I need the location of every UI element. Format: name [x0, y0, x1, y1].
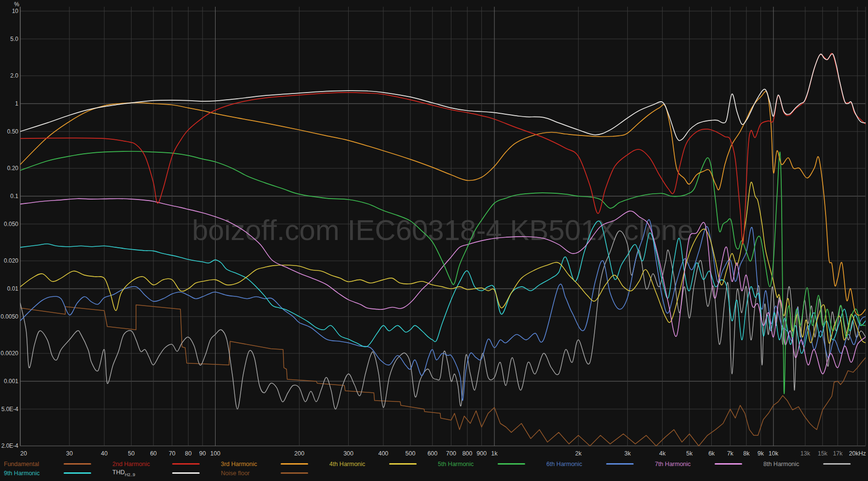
curve-noise-floor	[20, 305, 866, 446]
legend-label: 5th Harmonic	[438, 461, 498, 468]
chart-legend: Fundamental2nd Harmonic3rd Harmonic4th H…	[0, 458, 868, 481]
legend-swatch	[823, 463, 851, 465]
x-tick-label: 13k	[800, 450, 811, 457]
x-tick-label: 8k	[743, 450, 750, 457]
legend-item-7th-harmonic: 7th Harmonic	[651, 460, 760, 468]
x-tick-label: 5k	[686, 450, 693, 457]
legend-label: 8th Harmonic	[763, 461, 823, 468]
x-tick-label: 20	[20, 450, 27, 457]
x-tick-label: 7k	[727, 450, 734, 457]
legend-swatch	[64, 463, 91, 465]
legend-item-2nd-harmonic: 2nd Harmonic	[108, 460, 217, 468]
legend-item-noise-floor: Noise floor	[217, 469, 326, 478]
legend-label: 9th Harmonic	[4, 470, 64, 477]
x-tick-label: 10k	[769, 450, 779, 457]
y-tick-label: 0.01	[7, 285, 19, 292]
x-tick-label: 1k	[491, 450, 498, 457]
x-tick-label: 40	[101, 450, 108, 457]
x-tick-label: 17k	[833, 450, 843, 457]
chart-svg: boizoff.com IEC60318-4 KB501X clone 2030…	[0, 0, 868, 458]
curve-harmonic-6	[20, 220, 866, 401]
legend-item-6th-harmonic: 6th Harmonic	[542, 460, 651, 468]
legend-item-fundamental: Fundamental	[0, 460, 108, 468]
watermark: boizoff.com IEC60318-4 KB501X clone	[192, 214, 693, 246]
x-tick-label: 60	[150, 450, 157, 457]
x-tick-label: 80	[185, 450, 191, 457]
y-tick-label: 0.1	[10, 193, 18, 200]
legend-swatch	[64, 472, 91, 474]
x-tick-label: 500	[406, 450, 416, 457]
x-tick-label: 200	[294, 450, 304, 457]
x-tick-label: 6k	[708, 450, 715, 457]
legend-label: 7th Harmonic	[655, 461, 715, 468]
legend-label-subscript: H2..9	[125, 472, 136, 477]
legend-swatch	[172, 463, 200, 465]
legend-swatch	[606, 463, 634, 465]
y-tick-label: 5.0	[10, 36, 18, 42]
curve-thd	[20, 53, 866, 140]
x-tick-label: 20kHz	[849, 450, 866, 457]
x-tick-label: 900	[476, 450, 487, 457]
y-tick-label: 2.0E-4	[1, 442, 19, 449]
legend-label: Noise floor	[221, 470, 281, 477]
y-axis-labels: 105.02.010.500.200.10.0500.0200.010.0050…	[0, 8, 18, 449]
y-tick-label: 0.020	[4, 257, 18, 264]
y-tick-label: 5.0E-4	[1, 406, 19, 413]
y-tick-label: 0.0020	[0, 350, 18, 357]
y-tick-label: 2.0	[10, 72, 18, 79]
legend-swatch	[172, 472, 200, 474]
y-tick-label: 0.20	[7, 165, 19, 172]
x-tick-label: 400	[378, 450, 388, 457]
x-tick-label: 2k	[575, 450, 582, 457]
legend-swatch	[389, 463, 417, 465]
legend-item-4th-harmonic: 4th Harmonic	[326, 460, 434, 468]
y-axis-unit-label: %	[14, 1, 19, 8]
legend-swatch	[281, 463, 308, 465]
distortion-chart: boizoff.com IEC60318-4 KB501X clone 2030…	[0, 0, 868, 458]
x-tick-label: 15k	[818, 450, 828, 457]
x-tick-label: 30	[66, 450, 73, 457]
legend-label: THDH2..9	[112, 469, 172, 477]
x-tick-label: 300	[343, 450, 353, 457]
legend-label: 4th Harmonic	[329, 461, 389, 468]
x-tick-label: 4k	[659, 450, 666, 457]
y-tick-label: 0.001	[4, 378, 18, 385]
x-axis-labels: 2030405060708090100200300400500600700800…	[20, 450, 866, 457]
legend-swatch	[281, 472, 308, 474]
curve-harmonic-3	[20, 92, 866, 315]
y-tick-label: 0.0050	[0, 313, 18, 320]
series-curves	[20, 53, 866, 446]
x-tick-label: 3k	[624, 450, 631, 457]
legend-item-3rd-harmonic: 3rd Harmonic	[217, 460, 326, 468]
legend-item-8th-harmonic: 8th Harmonic	[760, 460, 868, 468]
y-tick-label: 10	[12, 8, 19, 14]
legend-label: Fundamental	[4, 461, 64, 468]
x-tick-label: 800	[462, 450, 473, 457]
legend-item-5th-harmonic: 5th Harmonic	[434, 460, 542, 468]
x-tick-label: 100	[210, 450, 220, 457]
x-tick-label: 70	[169, 450, 176, 457]
legend-swatch	[715, 463, 742, 465]
y-tick-label: 0.050	[4, 221, 18, 227]
legend-label: 3rd Harmonic	[221, 461, 281, 468]
y-tick-label: 1	[15, 100, 18, 107]
x-tick-label: 50	[128, 450, 135, 457]
y-tick-label: 0.50	[7, 128, 19, 135]
legend-item-9th-harmonic: 9th Harmonic	[0, 469, 108, 478]
x-tick-label: 9k	[758, 450, 764, 457]
legend-label: 2nd Harmonic	[112, 461, 172, 468]
legend-item-thd: THDH2..9	[108, 469, 217, 478]
x-tick-label: 700	[446, 450, 456, 457]
x-tick-label: 90	[199, 450, 206, 457]
curve-harmonic-8	[20, 231, 866, 409]
x-tick-label: 600	[427, 450, 437, 457]
legend-swatch	[498, 463, 525, 465]
legend-label: 6th Harmonic	[546, 461, 606, 468]
